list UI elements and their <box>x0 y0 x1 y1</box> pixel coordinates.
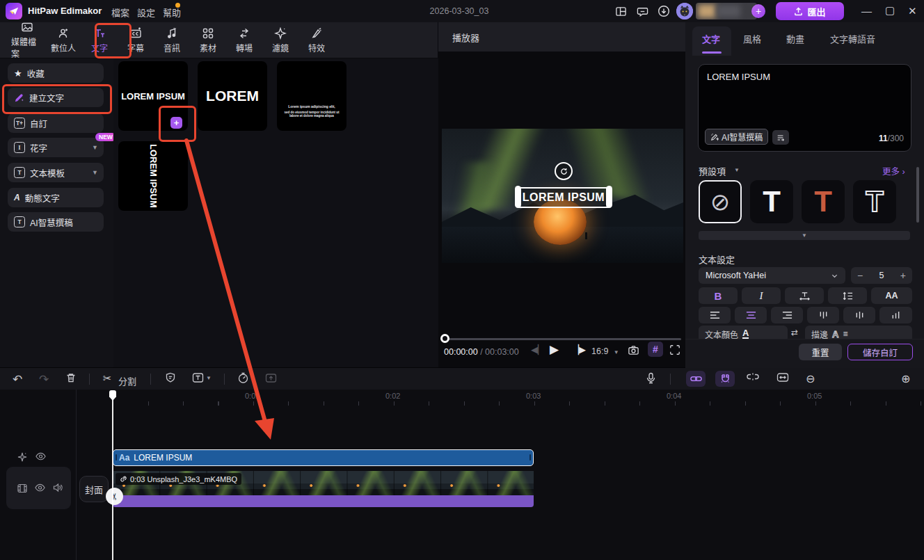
increase-size-icon[interactable]: + <box>900 270 906 281</box>
ruler-ticks[interactable] <box>113 401 924 406</box>
text-template-card-3[interactable]: Lorem ipsum adipiscing elit, sed do eius… <box>277 61 346 131</box>
align-right-button[interactable] <box>771 307 803 323</box>
track-effects-icon[interactable] <box>17 452 27 462</box>
rotate-handle-icon[interactable] <box>555 162 573 180</box>
badge-icon[interactable] <box>165 372 176 383</box>
vertical-align-top-button[interactable] <box>807 307 839 323</box>
split-label[interactable]: 分割 <box>118 374 136 387</box>
visibility-icon[interactable] <box>35 483 45 492</box>
ribbon-tab-effects[interactable]: 特效 <box>301 27 333 54</box>
text-clip[interactable]: Aa LOREM IPSUM <box>113 449 534 466</box>
link-clips-toggle[interactable] <box>686 371 706 387</box>
progress-knob[interactable] <box>440 334 449 343</box>
user-avatar[interactable] <box>676 3 693 19</box>
undo-icon[interactable]: ↶ <box>13 372 22 387</box>
ribbon-tab-audio[interactable]: 音訊 <box>156 27 188 54</box>
unlink-clips-icon[interactable] <box>747 372 759 381</box>
playhead-line[interactable] <box>112 390 113 560</box>
mute-icon[interactable] <box>53 483 63 493</box>
add-account-icon[interactable]: + <box>751 4 765 18</box>
decrease-size-icon[interactable]: − <box>857 270 863 281</box>
sidebar-item-custom[interactable]: T+ 自訂 <box>8 113 104 133</box>
split-icon[interactable]: ✂ <box>103 372 112 385</box>
zoom-in-icon[interactable]: ⊕ <box>901 372 910 385</box>
grid-overlay-icon[interactable]: # <box>648 342 663 357</box>
italic-button[interactable]: I <box>742 287 781 304</box>
film-icon[interactable] <box>17 483 27 493</box>
sidebar-item-dynamic-text[interactable]: A 動態文字 <box>8 188 104 207</box>
ribbon-tab-filters[interactable]: 濾鏡 <box>264 27 296 54</box>
preset-outline-text[interactable]: T <box>853 180 896 223</box>
font-family-select[interactable]: Microsoft YaHei <box>699 267 845 284</box>
tab-animation[interactable]: 動畫 <box>786 32 804 45</box>
magnet-snap-toggle[interactable] <box>715 371 735 387</box>
text-content-input[interactable]: LOREM IPSUM AI智慧撰稿 11/300 <box>698 64 911 152</box>
ribbon-tab-transitions[interactable]: 轉場 <box>228 27 260 54</box>
text-template-card-2[interactable]: LOREM <box>198 61 267 131</box>
save-custom-button[interactable]: 儲存自訂 <box>847 344 913 360</box>
fit-timeline-icon[interactable] <box>776 372 789 383</box>
preset-orange-text[interactable]: T <box>802 180 845 223</box>
text-list-icon[interactable] <box>772 130 789 145</box>
left-resize-handle[interactable] <box>515 186 521 208</box>
previous-frame-icon[interactable]: ◀▏ <box>531 344 545 355</box>
next-frame-icon[interactable]: ▕▶ <box>572 344 586 355</box>
tab-text[interactable]: 文字 <box>702 32 720 45</box>
text-overlay-selection[interactable]: LOREM IPSUM <box>518 187 609 208</box>
align-left-button[interactable] <box>699 307 731 323</box>
vertical-align-middle-button[interactable] <box>843 307 875 323</box>
chevron-down-icon[interactable]: ▼ <box>92 169 98 176</box>
text-color-control[interactable]: 文本顏色 A <box>699 326 788 339</box>
tab-style[interactable]: 風格 <box>743 32 761 45</box>
clip-scissors-badge[interactable]: ✂ <box>106 488 123 505</box>
ribbon-tab-elements[interactable]: 素材 <box>192 27 224 54</box>
menu-file[interactable]: 檔案 <box>111 6 129 19</box>
cover-button[interactable]: 封面 <box>79 476 109 502</box>
text-case-button[interactable]: AA <box>871 287 912 304</box>
video-preview-canvas[interactable]: LOREM IPSUM <box>442 129 683 263</box>
download-icon[interactable] <box>656 3 671 19</box>
video-clip[interactable]: 0:03 Unsplash_J3e3_mK4MBQ <box>113 471 534 495</box>
record-voiceover-icon[interactable] <box>646 372 656 384</box>
menu-settings[interactable]: 設定 <box>137 6 155 19</box>
export-frame-icon[interactable] <box>265 372 277 383</box>
maximize-button[interactable]: ▢ <box>885 4 895 17</box>
zoom-out-icon[interactable]: ⊖ <box>806 372 815 385</box>
close-button[interactable]: ✕ <box>908 5 917 17</box>
feedback-icon[interactable] <box>635 3 650 19</box>
play-icon[interactable]: ▶ <box>550 342 559 357</box>
fullscreen-icon[interactable] <box>669 344 680 355</box>
playback-progress-bar[interactable] <box>443 338 681 340</box>
chevron-down-icon[interactable]: ▼ <box>734 167 740 173</box>
panel-scrollbar[interactable] <box>916 167 919 223</box>
text-tool-dropdown[interactable]: ▼ <box>192 372 212 383</box>
preset-white-text[interactable]: T <box>750 180 793 223</box>
delete-icon[interactable] <box>65 372 77 383</box>
vertical-align-bottom-button[interactable] <box>879 307 912 323</box>
sidebar-item-ai-script[interactable]: T AI智慧撰稿 <box>8 212 104 232</box>
tab-text-to-speech[interactable]: 文字轉語音 <box>830 32 875 45</box>
bold-button[interactable]: B <box>699 287 738 304</box>
layout-icon[interactable] <box>613 3 628 19</box>
align-center-button[interactable] <box>735 307 767 323</box>
sidebar-item-fancy-text[interactable]: I 花字 NEW ▼ <box>8 138 104 157</box>
more-presets-link[interactable]: 更多 › <box>882 164 905 177</box>
line-height-button[interactable] <box>828 287 867 304</box>
audio-waveform-bar[interactable] <box>113 495 534 507</box>
track-visibility-icon[interactable] <box>35 452 46 461</box>
reset-button[interactable]: 重置 <box>799 344 842 360</box>
minimize-button[interactable]: — <box>861 5 872 17</box>
export-button[interactable]: 匯出 <box>776 2 844 20</box>
text-template-card-4[interactable]: LOREM IPSUM <box>118 141 188 211</box>
chevron-down-icon[interactable]: ▼ <box>92 144 98 151</box>
sidebar-item-favorites[interactable]: ★ 收藏 <box>8 63 104 83</box>
stroke-control[interactable]: 描邊 A ≡ <box>805 326 912 339</box>
sidebar-item-text-templates[interactable]: T 文本模板 ▼ <box>8 163 104 182</box>
presets-expand-bar[interactable]: ▼ <box>699 231 910 240</box>
preset-none[interactable]: ⊘ <box>699 180 742 223</box>
letter-spacing-button[interactable] <box>785 287 824 304</box>
ribbon-tab-digital-human[interactable]: 數位人 <box>47 27 79 54</box>
snapshot-icon[interactable] <box>628 344 639 356</box>
ai-write-button[interactable]: AI智慧撰稿 <box>705 129 768 145</box>
redo-icon[interactable]: ↷ <box>39 372 49 387</box>
